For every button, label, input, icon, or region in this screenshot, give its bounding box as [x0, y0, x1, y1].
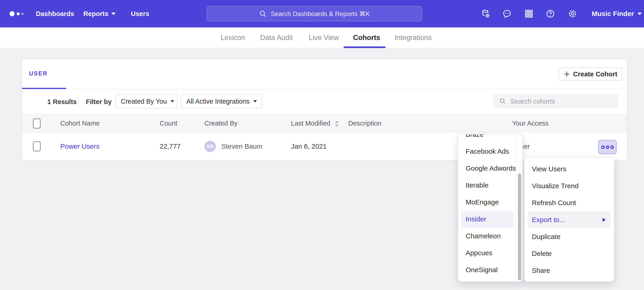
cohort-name-link[interactable]: Power Users [60, 132, 100, 160]
menu-item-delete[interactable]: Delete [524, 245, 614, 262]
search-icon [259, 10, 267, 18]
data-management-icon[interactable] [481, 9, 490, 19]
filter-by-label: Filter by [86, 98, 112, 106]
submenu-item-chameleon[interactable]: Chameleon [458, 228, 522, 244]
col-last-modified[interactable]: Last Modified [291, 115, 339, 132]
settings-gear-icon[interactable] [568, 9, 577, 19]
nav-users[interactable]: Users [131, 0, 149, 28]
tab-lexicon[interactable]: Lexicon [220, 28, 245, 49]
chevron-down-icon [638, 13, 642, 15]
submenu-item-moengage[interactable]: MoEngage [458, 194, 522, 211]
section-tabs: Lexicon Data Audit Live View Cohorts Int… [0, 28, 644, 49]
nav-dashboards[interactable]: Dashboards [36, 0, 74, 28]
nav-reports-label: Reports [83, 10, 108, 18]
avatar: SB [204, 141, 216, 152]
chevron-down-icon [253, 100, 257, 102]
more-options-icon [601, 146, 605, 149]
menu-item-refresh-count[interactable]: Refresh Count [524, 194, 614, 211]
cohort-count: 22,777 [160, 132, 181, 160]
chevron-down-icon [170, 100, 174, 102]
created-by-name: Steven Baum [221, 132, 262, 160]
col-count[interactable]: Count [160, 115, 177, 132]
menu-item-view-users[interactable]: View Users [524, 161, 614, 178]
col-description[interactable]: Description [348, 115, 382, 132]
global-search-placeholder: Search Dashboards & Reports ⌘K [270, 10, 370, 18]
row-more-options-button[interactable] [598, 140, 616, 154]
col-cohort-name[interactable]: Cohort Name [60, 115, 100, 132]
more-options-icon [610, 146, 614, 149]
submenu-item-insider[interactable]: Insider [461, 211, 513, 228]
submenu-scrollbar-thumb[interactable] [518, 174, 521, 280]
help-icon[interactable] [546, 9, 555, 19]
project-switcher[interactable]: Music Finder [592, 0, 642, 28]
submenu-item-facebook-ads[interactable]: Facebook Ads [458, 143, 522, 160]
last-modified-date: Jan 6, 2021 [291, 132, 327, 160]
more-options-icon [606, 146, 609, 149]
row-checkbox[interactable] [33, 141, 41, 152]
project-name: Music Finder [592, 10, 634, 18]
table-header: Cohort Name Count Created By Last Modifi… [22, 114, 627, 132]
nav-reports[interactable]: Reports [83, 0, 116, 28]
col-created-by[interactable]: Created By [204, 115, 238, 132]
tab-user-cohorts[interactable]: USER [29, 70, 48, 77]
submenu-item-appcues[interactable]: Appcues [458, 244, 522, 261]
tab-live-view[interactable]: Live View [309, 28, 339, 49]
export-destinations-submenu: Braze Facebook Ads Google Adwords Iterab… [458, 134, 523, 282]
submenu-item-google-adwords[interactable]: Google Adwords [458, 160, 522, 177]
cohort-search-input[interactable] [510, 94, 616, 109]
table-row: Power Users 22,777 SB Steven Baum Jan 6,… [22, 132, 627, 160]
create-cohort-label: Create Cohort [573, 70, 617, 78]
plus-icon [564, 71, 570, 78]
submenu-item-braze[interactable]: Braze [458, 134, 522, 143]
tab-cohorts[interactable]: Cohorts [353, 28, 380, 49]
menu-item-visualize-trend[interactable]: Visualize Trend [524, 178, 614, 194]
tab-data-audit[interactable]: Data Audit [260, 28, 293, 49]
row-context-menu: View Users Visualize Trend Refresh Count… [524, 157, 614, 282]
filter-integrations-dropdown[interactable]: All Active Integrations [181, 94, 262, 108]
logo-dot-small [22, 13, 23, 15]
mixpanel-logo[interactable] [10, 0, 23, 28]
menu-item-duplicate[interactable]: Duplicate [524, 228, 614, 245]
col-last-modified-label: Last Modified [291, 120, 330, 127]
tab-integrations[interactable]: Integrations [394, 28, 432, 49]
submenu-arrow-icon [603, 218, 606, 222]
divider [78, 95, 78, 108]
active-tab-indicator [344, 46, 386, 48]
menu-item-export-to[interactable]: Export to... [528, 211, 611, 228]
submenu-item-iterable[interactable]: Iterable [458, 177, 522, 194]
menu-item-share[interactable]: Share [524, 262, 614, 279]
select-all-checkbox[interactable] [33, 118, 41, 128]
apps-grid-icon[interactable] [524, 9, 534, 19]
menu-item-export-to-label: Export to... [532, 216, 565, 223]
results-count: 1 Results [47, 98, 77, 106]
filter-created-by-dropdown[interactable]: Created By You [115, 94, 178, 108]
cohorts-page: Dashboards Reports Users Search Dashboar… [0, 0, 644, 290]
create-cohort-button[interactable]: Create Cohort [558, 67, 622, 81]
sort-icon[interactable] [334, 120, 339, 127]
col-your-access[interactable]: Your Access [512, 115, 548, 132]
submenu-item-onesignal[interactable]: OneSignal [458, 261, 522, 278]
global-search[interactable]: Search Dashboards & Reports ⌘K [207, 6, 422, 22]
cohorts-card: USER Create Cohort 1 Results Filter by C… [22, 59, 627, 160]
search-icon [499, 97, 506, 105]
feedback-icon[interactable] [502, 9, 512, 19]
chevron-down-icon [112, 13, 116, 15]
logo-dot-large [10, 11, 14, 16]
divider [22, 89, 627, 89]
cohort-search [494, 94, 618, 108]
filter-created-by-value: Created By You [121, 98, 167, 105]
logo-dot-medium [17, 12, 20, 15]
filter-integrations-value: All Active Integrations [186, 98, 250, 105]
top-nav: Dashboards Reports Users Search Dashboar… [0, 0, 644, 28]
